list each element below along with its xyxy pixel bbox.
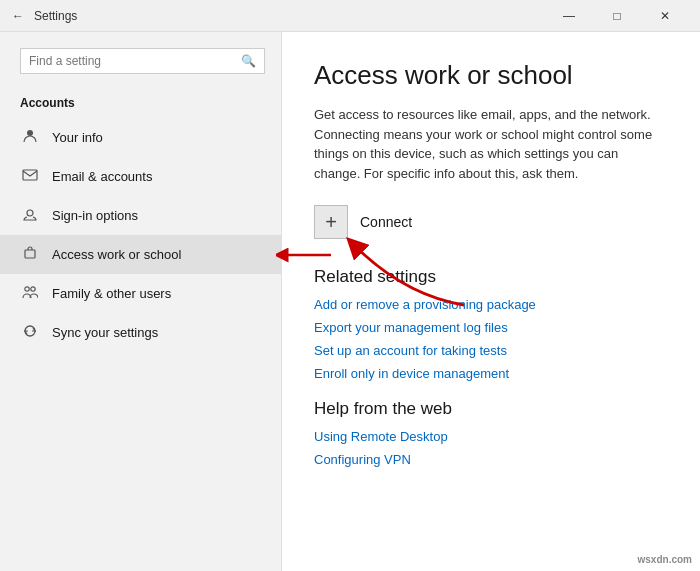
your-info-icon	[20, 128, 40, 147]
link-enroll-device[interactable]: Enroll only in device management	[314, 366, 668, 381]
link-management-log[interactable]: Export your management log files	[314, 320, 668, 335]
svg-rect-3	[25, 250, 35, 258]
sidebar-item-sync[interactable]: Sync your settings	[0, 313, 281, 352]
main-content: Access work or school Get access to reso…	[282, 32, 700, 571]
search-box[interactable]: 🔍	[20, 48, 265, 74]
title-bar: ← Settings — □ ✕	[0, 0, 700, 32]
sidebar-item-family[interactable]: Family & other users	[0, 274, 281, 313]
sidebar: 🔍 Accounts Your info	[0, 32, 282, 571]
link-remote-desktop[interactable]: Using Remote Desktop	[314, 429, 668, 444]
help-web-section: Help from the web Using Remote Desktop C…	[314, 399, 668, 467]
sidebar-item-label-signin: Sign-in options	[52, 208, 138, 223]
related-settings-title: Related settings	[314, 267, 668, 287]
page-title: Access work or school	[314, 60, 668, 91]
svg-point-5	[25, 287, 29, 291]
close-button[interactable]: ✕	[642, 0, 688, 32]
sidebar-nav: Your info Email & accounts	[0, 118, 281, 571]
sign-in-icon	[20, 206, 40, 225]
watermark: wsxdn.com	[638, 554, 692, 565]
sidebar-item-label-email: Email & accounts	[52, 169, 152, 184]
svg-point-0	[27, 130, 33, 136]
sidebar-header: 🔍	[0, 32, 281, 96]
sync-icon	[20, 323, 40, 342]
svg-point-2	[27, 210, 33, 216]
sidebar-item-access-work[interactable]: Access work or school	[0, 235, 281, 274]
sidebar-item-label-your-info: Your info	[52, 130, 103, 145]
connect-area: + Connect	[314, 205, 668, 239]
sidebar-item-email-accounts[interactable]: Email & accounts	[0, 157, 281, 196]
family-icon	[20, 284, 40, 303]
window-controls: — □ ✕	[546, 0, 688, 32]
connect-label: Connect	[360, 214, 412, 230]
sidebar-item-label-access: Access work or school	[52, 247, 181, 262]
sidebar-item-label-family: Family & other users	[52, 286, 171, 301]
svg-point-6	[31, 287, 35, 291]
search-icon: 🔍	[241, 54, 256, 68]
app-container: 🔍 Accounts Your info	[0, 32, 700, 571]
sidebar-section-title: Accounts	[0, 96, 281, 118]
svg-rect-1	[23, 170, 37, 180]
search-input[interactable]	[29, 54, 241, 68]
link-account-tests[interactable]: Set up an account for taking tests	[314, 343, 668, 358]
minimize-button[interactable]: —	[546, 0, 592, 32]
help-web-title: Help from the web	[314, 399, 668, 419]
email-accounts-icon	[20, 167, 40, 186]
maximize-button[interactable]: □	[594, 0, 640, 32]
connect-section: + Connect	[314, 205, 668, 239]
access-work-icon	[20, 245, 40, 264]
link-vpn[interactable]: Configuring VPN	[314, 452, 668, 467]
sidebar-item-label-sync: Sync your settings	[52, 325, 158, 340]
link-provisioning[interactable]: Add or remove a provisioning package	[314, 297, 668, 312]
page-description: Get access to resources like email, apps…	[314, 105, 668, 183]
sidebar-item-sign-in[interactable]: Sign-in options	[0, 196, 281, 235]
related-settings-section: Related settings Add or remove a provisi…	[314, 267, 668, 381]
connect-button[interactable]: +	[314, 205, 348, 239]
connect-plus-icon: +	[325, 211, 337, 234]
sidebar-item-your-info[interactable]: Your info	[0, 118, 281, 157]
title-bar-title: Settings	[34, 9, 546, 23]
back-button[interactable]: ←	[12, 9, 24, 23]
